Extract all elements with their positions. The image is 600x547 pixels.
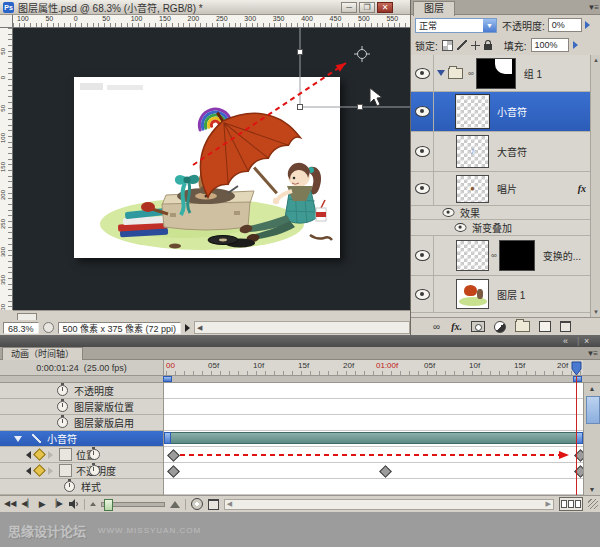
visibility-eye-icon[interactable]: [415, 250, 430, 261]
track-style[interactable]: 样式: [0, 479, 163, 495]
blend-mode-select[interactable]: 正常 ▼: [415, 18, 497, 33]
track-layer-mask-position[interactable]: 图层蒙版位置: [0, 399, 163, 415]
delete-keyframe-icon[interactable]: [208, 499, 219, 510]
scroll-down-icon[interactable]: ▼: [591, 309, 600, 315]
keyframe[interactable]: [167, 465, 180, 478]
fill-field[interactable]: 100%: [531, 38, 569, 52]
opacity-field[interactable]: 0%: [548, 18, 582, 32]
group-mask-thumbnail[interactable]: [476, 58, 516, 89]
track-toggle-icon[interactable]: [32, 434, 41, 443]
audio-mute-icon[interactable]: [68, 499, 79, 509]
next-keyframe-icon[interactable]: [48, 467, 53, 475]
timeline-lane[interactable]: [164, 383, 583, 399]
next-keyframe-icon[interactable]: [48, 451, 53, 459]
scroll-left-icon[interactable]: ◀: [195, 324, 204, 332]
add-layer-style-icon[interactable]: fx.: [451, 321, 462, 332]
opacity-slider-arrow-icon[interactable]: [585, 21, 590, 29]
restore-button[interactable]: ❐: [359, 2, 375, 13]
stopwatch-icon[interactable]: [57, 385, 68, 396]
group-expand-icon[interactable]: [437, 70, 445, 76]
timeline-lanes[interactable]: [163, 383, 583, 495]
visibility-eye-icon[interactable]: [443, 208, 455, 217]
track-expand-icon[interactable]: [14, 436, 22, 442]
status-menu-arrow-icon[interactable]: [185, 324, 190, 332]
layer-row-xiaoyinfu[interactable]: 小音符: [411, 92, 600, 132]
gradient-overlay-row[interactable]: 渐变叠加: [411, 220, 600, 236]
work-area-bar[interactable]: [0, 376, 600, 383]
tab-animation-timeline[interactable]: 动画（时间轴）: [2, 347, 83, 361]
track-position[interactable]: 位置: [0, 447, 163, 463]
panel-menu-icon[interactable]: ▼≡: [586, 349, 597, 358]
mask-link-icon[interactable]: ∞: [468, 69, 474, 78]
layer-name[interactable]: 变换的...: [543, 248, 581, 263]
layer-name[interactable]: 大音符: [497, 144, 527, 159]
canvas-viewport[interactable]: [13, 28, 410, 310]
add-keyframe-icon[interactable]: [33, 464, 46, 477]
visibility-eye-icon[interactable]: [415, 146, 430, 157]
previous-frame-button[interactable]: ◀▏: [21, 499, 33, 509]
chevron-down-icon[interactable]: ▼: [483, 19, 496, 32]
first-frame-button[interactable]: ◀◀: [4, 499, 16, 509]
track-opacity[interactable]: 不透明度: [0, 463, 163, 479]
gradient-overlay-label[interactable]: 渐变叠加: [472, 220, 512, 235]
layer-name[interactable]: 唱片: [497, 181, 517, 196]
new-layer-icon[interactable]: [539, 321, 551, 332]
canvas-hscrollbar[interactable]: [13, 310, 410, 320]
timeline-ruler[interactable]: 0005f10f15f20f01:00f05f10f15f20f02:0: [163, 360, 583, 376]
duration-start-handle[interactable]: [164, 432, 171, 444]
scroll-left-icon[interactable]: ◀: [227, 500, 232, 508]
document-titlebar[interactable]: Ps 图层属性.psd @ 68.3% (小音符, RGB/8) * ─ ❐ ✕: [0, 0, 410, 15]
add-keyframe-icon[interactable]: [33, 448, 46, 461]
layer-name[interactable]: 小音符: [497, 104, 527, 119]
visibility-eye-icon[interactable]: [415, 106, 430, 117]
prev-keyframe-icon[interactable]: [26, 467, 31, 475]
stopwatch-icon[interactable]: [57, 401, 68, 412]
timeline-hscrollbar[interactable]: ◀ ▶: [224, 499, 554, 510]
delete-layer-icon[interactable]: [560, 321, 571, 332]
timeline-zoom-slider[interactable]: [101, 502, 165, 507]
scroll-up-icon[interactable]: ▲: [591, 57, 600, 63]
duration-end-handle[interactable]: [576, 432, 583, 444]
layer-row-dayinfu[interactable]: ♪ 大音符: [411, 132, 600, 172]
lock-transparency-icon[interactable]: [442, 40, 453, 51]
add-adjustment-layer-icon[interactable]: [494, 321, 506, 333]
layer-name[interactable]: 组 1: [524, 66, 542, 81]
stopwatch-icon[interactable]: [89, 465, 100, 476]
layer-row-tuceng1[interactable]: 图层 1: [411, 276, 600, 313]
track-layer-mask-enable[interactable]: 图层蒙版启用: [0, 415, 163, 431]
collapse-panel-icon[interactable]: «: [563, 335, 568, 347]
keyframe[interactable]: [379, 465, 392, 478]
scroll-down-icon[interactable]: ▼: [584, 486, 600, 493]
timeline-lane[interactable]: [164, 479, 583, 495]
effects-label[interactable]: 效果: [460, 205, 480, 220]
layer-row-group1[interactable]: ∞ 组 1: [411, 55, 600, 92]
layer-duration-bar[interactable]: [164, 432, 583, 444]
scroll-up-icon[interactable]: ▲: [584, 385, 600, 392]
minimize-button[interactable]: ─: [341, 2, 357, 13]
play-button[interactable]: ▶: [39, 499, 46, 509]
stopwatch-icon[interactable]: [57, 417, 68, 428]
stopwatch-icon[interactable]: [89, 449, 100, 460]
layer-name[interactable]: 图层 1: [497, 287, 525, 302]
effects-row[interactable]: 效果: [411, 206, 600, 220]
layer-thumbnail[interactable]: [456, 279, 489, 309]
timeline-lane[interactable]: [164, 463, 583, 479]
prev-keyframe-icon[interactable]: [26, 451, 31, 459]
playhead-handle[interactable]: [570, 361, 583, 376]
next-frame-button[interactable]: ▕▶: [51, 499, 63, 509]
slider-knob[interactable]: [104, 499, 113, 511]
visibility-eye-icon[interactable]: [415, 183, 430, 194]
left-ruler[interactable]: 50050100150200250300350400: [0, 28, 13, 310]
zoom-out-icon[interactable]: [90, 502, 96, 506]
timeline-lane[interactable]: [164, 431, 583, 447]
visibility-eye-icon[interactable]: [415, 289, 430, 300]
panel-resize-grip[interactable]: [588, 499, 598, 509]
convert-to-frame-animation-button[interactable]: [559, 497, 583, 511]
layer-thumbnail[interactable]: ♪: [456, 135, 489, 168]
onion-skin-icon[interactable]: [191, 498, 203, 510]
work-area-end-handle[interactable]: [573, 376, 582, 382]
track-layer-xiaoyinfu[interactable]: 小音符: [0, 431, 163, 447]
track-opacity-global[interactable]: 不透明度: [0, 383, 163, 399]
layer-effects-fx-badge[interactable]: fx: [578, 183, 586, 194]
fill-slider-arrow-icon[interactable]: [573, 41, 578, 49]
